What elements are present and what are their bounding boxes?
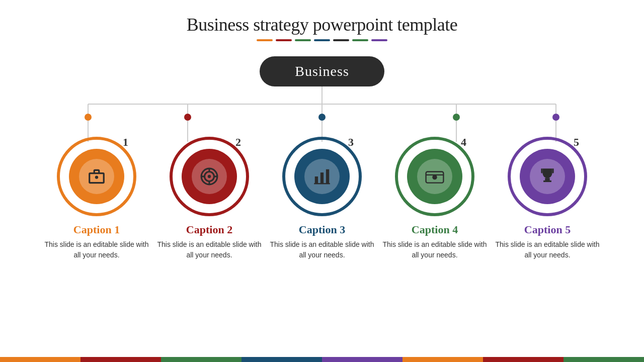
caption-text-1: This slide is an editable slide with all… [44, 239, 149, 260]
svg-rect-14 [315, 176, 318, 184]
dot-1 [85, 114, 92, 121]
briefcase-icon [79, 159, 114, 194]
svg-rect-15 [320, 172, 324, 184]
target-icon [192, 159, 227, 194]
trophy-svg [538, 167, 557, 186]
number-2: 2 [235, 136, 241, 149]
briefcase-svg [87, 167, 106, 186]
caption-text-2: This slide is an editable slide with all… [156, 239, 262, 260]
caption-text-3: This slide is an editable slide with all… [269, 239, 375, 260]
circle-outer-4: 4 [395, 137, 474, 216]
circle-inner-5 [520, 149, 575, 204]
card-4: 4 Caption 4 This slide is an editable sl… [382, 137, 488, 260]
caption-title-4: Caption 4 [412, 223, 458, 236]
svg-point-9 [208, 175, 211, 178]
bottom-bar [0, 357, 644, 362]
money-icon [417, 159, 452, 194]
bottom-bar-seg-3 [161, 357, 242, 362]
bottom-bar-seg-7 [483, 357, 564, 362]
circle-inner-3 [294, 149, 350, 204]
title-underline [0, 39, 644, 41]
bottom-bar-seg-2 [80, 357, 161, 362]
card-1: 1 Caption 1 This slide is an editable sl… [44, 137, 149, 260]
circle-outer-2: 2 [170, 137, 249, 216]
business-pill: Business [260, 56, 384, 86]
bottom-bar-seg-6 [403, 357, 483, 362]
trophy-icon [530, 159, 565, 194]
bottom-bar-seg-1 [0, 357, 80, 362]
number-4: 4 [461, 136, 466, 149]
page-title: Business strategy powerpoint template [0, 0, 644, 35]
chart-icon [304, 159, 340, 194]
dot-4 [453, 114, 460, 121]
bottom-bar-seg-8 [564, 357, 644, 362]
center-node-area: Business [0, 56, 644, 86]
card-3: 3 Caption 3 This slide is an editable sl… [269, 137, 375, 260]
chart-svg [312, 167, 332, 186]
dot-2 [184, 114, 191, 121]
circle-inner-2 [182, 149, 237, 204]
caption-title-2: Caption 2 [186, 223, 232, 236]
dot-5 [552, 114, 559, 121]
circle-outer-3: 3 [282, 137, 362, 216]
circle-outer-1: 1 [57, 137, 136, 216]
dot-3 [318, 114, 326, 121]
circle-inner-4 [407, 149, 462, 204]
card-2: 2 Caption 2 This slide is an editable sl… [156, 137, 262, 260]
bottom-bar-seg-4 [242, 357, 322, 362]
connector-area [0, 86, 644, 142]
cards-row: 1 Caption 1 This slide is an editable sl… [0, 137, 644, 260]
svg-rect-16 [326, 169, 329, 184]
card-5: 5 Caption 5 This slide is an editable sl… [495, 137, 600, 260]
number-3: 3 [348, 136, 354, 149]
caption-text-5: This slide is an editable slide with all… [495, 239, 600, 260]
circle-outer-5: 5 [508, 137, 587, 216]
target-svg [200, 167, 219, 186]
svg-point-19 [432, 175, 437, 180]
caption-title-3: Caption 3 [299, 223, 345, 236]
number-1: 1 [123, 136, 128, 149]
svg-rect-22 [543, 180, 551, 182]
bottom-bar-seg-5 [322, 357, 403, 362]
circle-inner-1 [69, 149, 124, 204]
caption-title-5: Caption 5 [524, 223, 571, 236]
caption-title-1: Caption 1 [73, 223, 120, 236]
money-svg [425, 167, 444, 186]
caption-text-4: This slide is an editable slide with all… [382, 239, 488, 260]
number-5: 5 [574, 136, 579, 149]
svg-rect-21 [545, 178, 550, 180]
